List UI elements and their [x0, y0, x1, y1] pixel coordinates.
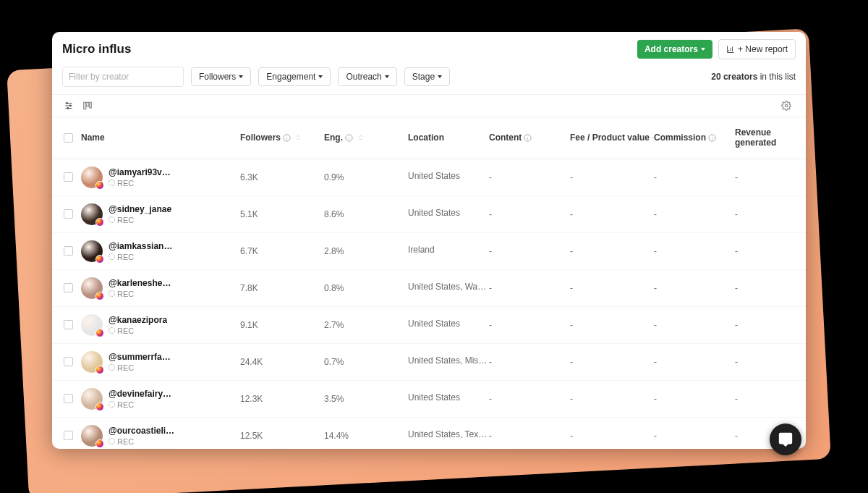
engagement-filter[interactable]: Engagement — [258, 67, 331, 86]
instagram-badge-icon — [95, 403, 104, 411]
revenue-cell: - — [735, 246, 793, 256]
col-fee[interactable]: Fee / Product value — [570, 132, 654, 143]
followers-filter[interactable]: Followers — [191, 67, 251, 86]
content-cell: - — [489, 209, 570, 219]
chevron-down-icon — [239, 75, 243, 78]
outreach-filter[interactable]: Outreach — [338, 67, 396, 86]
col-location[interactable]: Location — [408, 132, 489, 143]
rec-tag: REC — [109, 179, 171, 187]
avatar — [81, 277, 103, 299]
creator-handle[interactable]: @iamyari93v… — [109, 167, 171, 177]
location-cell: United States — [408, 171, 489, 183]
sort-icon — [357, 133, 364, 142]
row-checkbox[interactable] — [64, 209, 73, 219]
table-row[interactable]: @sidney_janae REC 5.1K 8.6% United State… — [52, 196, 806, 233]
creator-handle[interactable]: @iamkassian… — [109, 241, 172, 251]
table-row[interactable]: @devinefairy… REC 12.3K 3.5% United Stat… — [52, 381, 806, 418]
location-cell: United States, Texas,… — [408, 429, 489, 442]
location-cell: United States, Washi… — [408, 282, 489, 294]
row-checkbox[interactable] — [64, 283, 73, 292]
location-cell: United States — [408, 319, 489, 331]
svg-rect-6 — [84, 102, 86, 109]
followers-cell: 6.7K — [240, 246, 324, 256]
app-window: Micro influs Add creators + New report F… — [52, 32, 806, 449]
creator-handle[interactable]: @kanaezipora — [109, 315, 167, 325]
dotted-circle-icon — [109, 180, 115, 186]
location-cell: United States, Missi… — [408, 355, 489, 368]
content-cell: - — [489, 394, 570, 404]
table-row[interactable]: @summerrfa… REC 24.4K 0.7% United States… — [52, 344, 806, 381]
rec-tag: REC — [109, 253, 172, 261]
search-input[interactable] — [62, 67, 184, 87]
col-name[interactable]: Name — [78, 132, 240, 143]
content-cell: - — [489, 246, 570, 256]
row-checkbox[interactable] — [64, 431, 73, 440]
col-eng[interactable]: Eng. — [324, 132, 408, 143]
svg-point-9 — [785, 104, 788, 107]
commission-cell: - — [654, 431, 735, 441]
followers-cell: 5.1K — [240, 209, 324, 219]
avatar — [81, 388, 103, 410]
followers-cell: 9.1K — [240, 320, 324, 330]
eng-cell: 0.9% — [324, 172, 408, 182]
followers-filter-label: Followers — [199, 72, 236, 82]
creator-handle[interactable]: @ourcoastieli… — [109, 426, 174, 436]
col-content[interactable]: Content — [489, 132, 570, 143]
stage-filter[interactable]: Stage — [404, 67, 450, 86]
content-cell: - — [489, 431, 570, 441]
col-revenue[interactable]: Revenue generated — [735, 127, 793, 148]
commission-cell: - — [654, 357, 735, 367]
list-view-button[interactable] — [59, 96, 78, 115]
avatar — [81, 314, 103, 336]
commission-cell: - — [654, 172, 735, 182]
location-cell: United States — [408, 392, 489, 405]
dotted-circle-icon — [109, 216, 115, 223]
chevron-down-icon — [701, 48, 705, 51]
content-cell: - — [489, 283, 570, 293]
new-report-label: + New report — [738, 44, 788, 54]
creator-handle[interactable]: @karleneshe… — [109, 278, 171, 288]
board-view-button[interactable] — [78, 96, 97, 115]
chat-button[interactable] — [770, 424, 801, 455]
row-checkbox[interactable] — [64, 320, 73, 329]
row-checkbox[interactable] — [64, 394, 73, 403]
select-all-checkbox[interactable] — [64, 133, 73, 143]
revenue-cell: - — [735, 172, 793, 182]
row-checkbox[interactable] — [64, 357, 73, 366]
creator-handle[interactable]: @sidney_janae — [109, 204, 171, 214]
col-commission[interactable]: Commission — [654, 132, 735, 143]
followers-cell: 7.8K — [240, 283, 324, 293]
table-row[interactable]: @iamkassian… REC 6.7K 2.8% Ireland - - -… — [52, 233, 806, 270]
revenue-cell: - — [735, 209, 793, 219]
table-row[interactable]: @karleneshe… REC 7.8K 0.8% United States… — [52, 270, 806, 307]
col-followers[interactable]: Followers — [240, 132, 324, 143]
fee-cell: - — [570, 320, 654, 330]
instagram-badge-icon — [95, 329, 104, 337]
table-row[interactable]: @iamyari93v… REC 6.3K 0.9% United States… — [52, 159, 806, 196]
eng-cell: 8.6% — [324, 209, 408, 219]
creator-handle[interactable]: @devinefairy… — [109, 389, 171, 399]
chevron-down-icon — [438, 75, 442, 78]
new-report-button[interactable]: + New report — [718, 39, 796, 59]
row-checkbox[interactable] — [64, 246, 73, 256]
count-value: 20 creators — [711, 72, 757, 82]
table-row[interactable]: @kanaezipora REC 9.1K 2.7% United States… — [52, 307, 806, 344]
chevron-down-icon — [385, 75, 389, 78]
sliders-icon — [64, 101, 74, 111]
row-checkbox[interactable] — [64, 172, 73, 182]
creator-handle[interactable]: @summerrfa… — [109, 352, 171, 362]
add-creators-button[interactable]: Add creators — [637, 40, 712, 59]
eng-cell: 2.7% — [324, 320, 408, 330]
fee-cell: - — [570, 283, 654, 293]
eng-cell: 0.7% — [324, 357, 408, 367]
info-icon — [708, 134, 716, 142]
svg-point-3 — [67, 103, 68, 104]
engagement-filter-label: Engagement — [266, 72, 315, 82]
commission-cell: - — [654, 320, 735, 330]
content-cell: - — [489, 357, 570, 367]
sort-icon — [295, 133, 302, 142]
instagram-badge-icon — [95, 366, 104, 374]
table-row[interactable]: @ourcoastieli… REC 12.5K 14.4% United St… — [52, 418, 806, 449]
settings-button[interactable] — [777, 96, 796, 115]
avatar — [81, 425, 103, 447]
